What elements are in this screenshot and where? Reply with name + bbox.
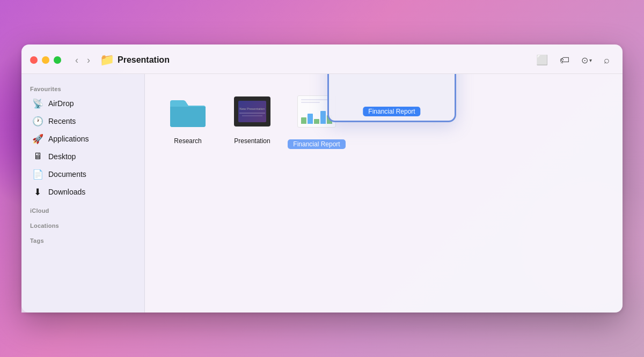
- file-item-presentation[interactable]: New Presentation Presentation: [231, 90, 274, 145]
- sidebar-item-recents[interactable]: 🕐 Recents: [25, 113, 141, 130]
- applications-icon: 🚀: [32, 133, 43, 144]
- research-label: Research: [174, 137, 201, 145]
- window-title: Presentation: [118, 55, 532, 65]
- tag-icon: 🏷: [560, 55, 569, 66]
- copy-icon: ⬜: [536, 54, 548, 66]
- more-icon: ⊙: [581, 55, 588, 65]
- sidebar-tags-label: Tags: [21, 231, 144, 246]
- presentation-label: Presentation: [234, 137, 270, 145]
- drop-zone[interactable]: Drop files here: [327, 74, 456, 122]
- search-button[interactable]: ⌕: [599, 53, 614, 68]
- copy-button[interactable]: ⬜: [532, 52, 552, 68]
- sidebar-item-downloads[interactable]: ⬇ Downloads: [25, 183, 141, 200]
- nav-buttons: ‹ ›: [72, 54, 93, 66]
- sidebar-label-desktop: Desktop: [48, 152, 76, 161]
- sidebar-favourites-label: Favourites: [21, 79, 144, 94]
- documents-icon: 📄: [32, 169, 43, 180]
- close-button[interactable]: [30, 56, 38, 64]
- sidebar-item-desktop[interactable]: 🖥 Desktop: [25, 148, 141, 165]
- toolbar-actions: ⬜ 🏷 ⊙ ▾ ⌕: [532, 52, 614, 68]
- back-button[interactable]: ‹: [72, 54, 82, 66]
- presentation-dark-icon: New Presentation: [234, 96, 270, 127]
- bar-3: [314, 119, 319, 124]
- traffic-lights: [30, 56, 61, 64]
- main-area: Favourites 📡 AirDrop 🕐 Recents 🚀 Applica…: [21, 74, 623, 313]
- folder-svg: [168, 95, 208, 128]
- sidebar-icloud-label: iCloud: [21, 201, 144, 216]
- thumb-line-2: [301, 102, 320, 103]
- desktop-icon: 🖥: [32, 151, 43, 162]
- sidebar-label-applications: Applications: [48, 135, 89, 143]
- file-item-research[interactable]: Research: [166, 90, 209, 145]
- more-button[interactable]: ⊙ ▾: [577, 53, 596, 68]
- sidebar-locations-label: Locations: [21, 216, 144, 231]
- sidebar-label-downloads: Downloads: [48, 188, 85, 196]
- title-bar: ‹ › 📁 Presentation ⬜ 🏷 ⊙ ▾ ⌕: [21, 44, 623, 74]
- window-folder-icon: 📁: [100, 53, 114, 67]
- presentation-file-icon: New Presentation: [231, 90, 274, 133]
- sidebar-item-documents[interactable]: 📄 Documents: [25, 166, 141, 183]
- financial-report-badge: Financial Report: [288, 139, 345, 149]
- finder-window: ‹ › 📁 Presentation ⬜ 🏷 ⊙ ▾ ⌕ Favourites: [21, 44, 623, 313]
- drop-zone-financial-badge: Financial Report: [363, 107, 420, 116]
- recents-icon: 🕐: [32, 116, 43, 127]
- bar-4: [320, 111, 326, 124]
- minimize-button[interactable]: [42, 56, 49, 64]
- research-folder-icon: [166, 90, 209, 133]
- chevron-down-icon: ▾: [589, 57, 592, 63]
- bar-1: [301, 117, 306, 124]
- sidebar-label-documents: Documents: [48, 170, 86, 178]
- forward-button[interactable]: ›: [84, 54, 93, 66]
- bar-2: [308, 114, 313, 124]
- airdrop-icon: 📡: [32, 98, 43, 109]
- tag-button[interactable]: 🏷: [555, 53, 574, 68]
- maximize-button[interactable]: [54, 56, 61, 64]
- sidebar: Favourites 📡 AirDrop 🕐 Recents 🚀 Applica…: [21, 74, 145, 313]
- sidebar-label-recents: Recents: [48, 117, 76, 125]
- content-area: Drop files here: [145, 74, 623, 313]
- search-icon: ⌕: [604, 55, 610, 66]
- sidebar-item-applications[interactable]: 🚀 Applications: [25, 130, 141, 147]
- downloads-icon: ⬇: [32, 187, 43, 197]
- sidebar-item-airdrop[interactable]: 📡 AirDrop: [25, 95, 141, 112]
- sidebar-label-airdrop: AirDrop: [48, 99, 74, 108]
